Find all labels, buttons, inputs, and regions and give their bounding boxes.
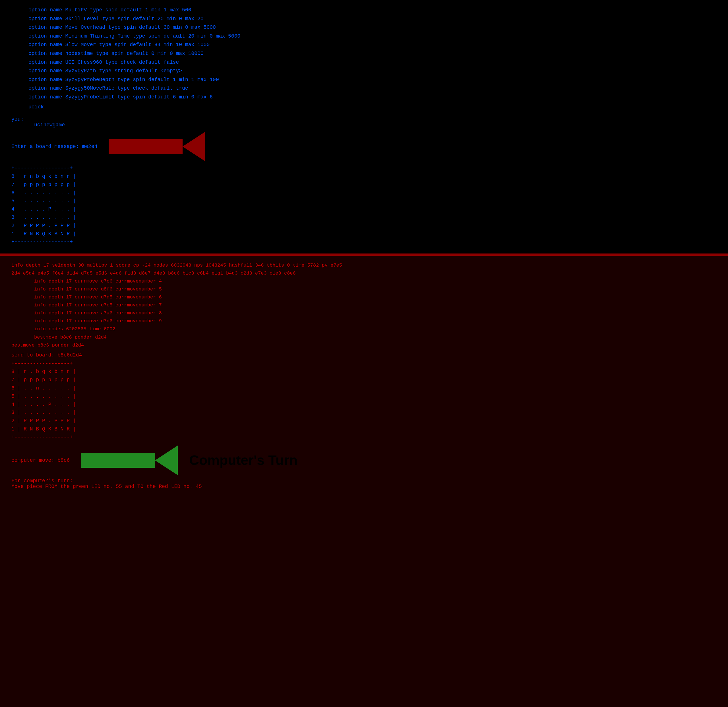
bottom-panel: info depth 17 seldepth 30 multipv 1 scor… [0, 256, 728, 495]
board-top-line-2: 7 | p p p p p p p p | [12, 181, 716, 189]
send-line: send to board: b8c6d2d4 [12, 352, 716, 358]
computer-turn-row: computer move: b8c6 Computer's Turn [12, 445, 716, 475]
info-line-6: info depth 17 currmove c7c5 currmovenumb… [12, 301, 716, 309]
board-top-line-1: 8 | r n b q k b n r | [12, 172, 716, 181]
board-bottom-line-5: 4 | . . . . P . . . | [12, 400, 716, 409]
board-bottom-line-0: +------------------+ [12, 360, 716, 368]
board-bottom-line-1: 8 | r . b q k b n r | [12, 367, 716, 376]
option-line-10: option name Syzygy50MoveRule type check … [12, 84, 716, 93]
board-top-line-3: 6 | . . . . . . . . | [12, 189, 716, 197]
board-top-section: +------------------+ 8 | r n b q k b n r… [12, 164, 716, 246]
computer-move-text: computer move: b8c6 [12, 457, 70, 463]
option-line-1: option name MultiPV type spin default 1 … [12, 6, 716, 14]
board-top-line-5: 4 | . . . . P . . . | [12, 205, 716, 213]
uciok-line: uciok [12, 103, 716, 111]
computer-turn-label: Computer's Turn [189, 453, 298, 468]
for-computer-line: For computer's turn: [12, 478, 716, 484]
board-bottom-line-2: 7 | p p p p p p p p | [12, 376, 716, 384]
info-line-1: info depth 17 seldepth 30 multipv 1 scor… [12, 262, 716, 269]
arrow-head-icon [183, 132, 205, 161]
board-bottom-line-3: 6 | . . n . . . . . | [12, 384, 716, 392]
board-top-line-4: 5 | . . . . . . . . | [12, 197, 716, 205]
board-bottom-line-8: 1 | R N B Q K B N R | [12, 425, 716, 433]
info-line-9: info nodes 6202565 time 6002 [12, 325, 716, 333]
option-line-5: option name Slow Mover type spin default… [12, 40, 716, 49]
board-top-line-7: 2 | P P P P . P P P | [12, 222, 716, 230]
green-arrow-body [81, 453, 155, 468]
info-line-2: 2d4 e5d4 e4e5 f6e4 d1d4 d7d5 e5d6 e4d6 f… [12, 269, 716, 278]
info-line-10: bestmove b8c6 ponder d2d4 [12, 334, 716, 341]
board-bottom-line-7: 2 | P P P P . P P P | [12, 417, 716, 425]
board-top-line-0: +------------------+ [12, 164, 716, 172]
board-top-line-9: +------------------+ [12, 238, 716, 246]
board-bottom-line-9: +------------------+ [12, 433, 716, 442]
info-line-5: info depth 17 currmove d7d5 currmovenumb… [12, 293, 716, 301]
option-line-7: option name UCI_Chess960 type check defa… [12, 58, 716, 67]
option-line-4: option name Minimum Thinking Time type s… [12, 32, 716, 41]
computer-turn-arrow [81, 445, 178, 475]
player-turn-label: Player's Turn [217, 139, 302, 155]
option-line-9: option name SyzygyProbeDepth type spin d… [12, 75, 716, 84]
option-line-2: option name Skill Level type spin defaul… [12, 14, 716, 23]
ucinewgame-line: ucinewgame [12, 122, 716, 128]
info-line-7: info depth 17 currmove a7a6 currmovenumb… [12, 309, 716, 317]
board-bottom-line-4: 5 | . . . . . . . . | [12, 392, 716, 400]
enter-board-text: Enter a board message: me2e4 [12, 144, 97, 149]
info-line-8: info depth 17 currmove d7d6 currmovenumb… [12, 317, 716, 325]
board-bottom-section: +------------------+ 8 | r . b q k b n r… [12, 360, 716, 442]
board-bottom-line-6: 3 | . . . . . . . . | [12, 409, 716, 417]
move-piece-line: Move piece FROM the green LED no. 55 and… [12, 484, 716, 489]
option-line-6: option name nodestime type spin default … [12, 49, 716, 58]
info-section: info depth 17 seldepth 30 multipv 1 scor… [12, 262, 716, 349]
info-line-4: info depth 17 currmove g8f6 currmovenumb… [12, 285, 716, 293]
player-turn-arrow [108, 132, 205, 161]
option-line-11: option name SyzygyProbeLimit type spin d… [12, 93, 716, 101]
top-panel: option name MultiPV type spin default 1 … [0, 0, 728, 256]
option-line-8: option name SyzygyPath type string defau… [12, 67, 716, 75]
option-line-3: option name Move Overhead type spin defa… [12, 23, 716, 32]
option-lines-container: option name MultiPV type spin default 1 … [12, 6, 716, 111]
enter-board-row: Enter a board message: me2e4 Player's Tu… [12, 132, 716, 161]
you-label: you: [12, 116, 716, 122]
info-line-3: info depth 17 currmove c7c6 currmovenumb… [12, 278, 716, 285]
green-arrow-head-icon [155, 445, 178, 475]
bestmove-line: bestmove b8c6 ponder d2d4 [12, 341, 716, 349]
board-top-line-8: 1 | R N B Q K B N R | [12, 230, 716, 238]
board-top-line-6: 3 | . . . . . . . . | [12, 213, 716, 222]
arrow-body [108, 139, 183, 154]
